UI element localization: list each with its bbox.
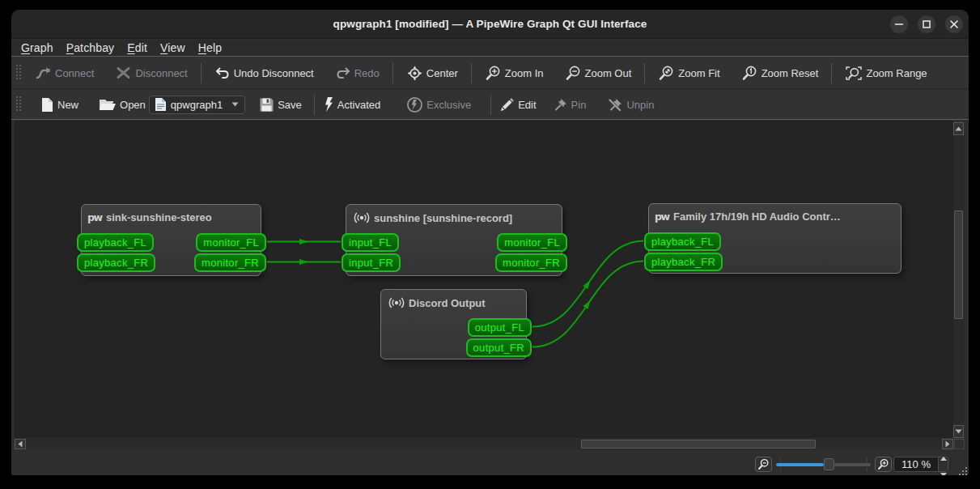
menu-help[interactable]: Help [192, 40, 228, 57]
chevron-down-icon [231, 102, 239, 107]
desktop-background: qpwgraph1 [modified] — A PipeWire Graph … [0, 0, 980, 489]
port-output_FL[interactable]: output_FL [468, 318, 532, 337]
exclusive-button[interactable]: Exclusive [400, 92, 477, 117]
resize-grip[interactable] [958, 465, 968, 474]
connection-arrow-icon [299, 259, 308, 265]
document-icon [155, 97, 167, 112]
hscroll-left-button[interactable] [15, 439, 26, 449]
menu-graph[interactable]: Graph [15, 40, 60, 57]
center-button[interactable]: Center [398, 61, 466, 85]
toolbar-button-label: Edit [518, 99, 536, 111]
edit-pencil-icon [499, 97, 515, 113]
vscroll-thumb[interactable] [954, 210, 963, 319]
slider-handle[interactable] [824, 458, 834, 470]
port-monitor_FL[interactable]: monitor_FL [196, 233, 266, 252]
pin-button[interactable]: Pin [547, 92, 593, 117]
port-output_FR[interactable]: output_FR [466, 338, 532, 357]
port-monitor_FL[interactable]: monitor_FL [497, 233, 567, 252]
port-input_FR[interactable]: input_FR [342, 253, 401, 272]
hscroll-right-button[interactable] [942, 439, 953, 449]
unpin-button[interactable]: Unpin [600, 92, 660, 117]
graph-viewport[interactable]: pwsink-sunshine-stereoplayback_FLplaybac… [15, 121, 953, 438]
port-input_FL[interactable]: input_FL [342, 233, 399, 252]
toolbar-button-label: Open [120, 99, 146, 111]
zoom-spinbox[interactable]: 110 % [893, 457, 948, 472]
zoom-in-button[interactable]: Zoom In [477, 61, 552, 85]
zoom-fit-button[interactable]: Zoom Fit [650, 61, 728, 85]
open-button[interactable]: Open [92, 92, 152, 117]
vscroll-down-button[interactable] [953, 425, 964, 438]
titlebar[interactable]: qpwgraph1 [modified] — A PipeWire Graph … [11, 10, 969, 39]
statusbar-zoom-in-button[interactable] [875, 457, 892, 472]
minimize-icon [890, 15, 908, 33]
hscroll-thumb[interactable] [581, 440, 816, 449]
zoom-range-button[interactable]: Zoom Range [837, 61, 935, 85]
port-monitor_FR[interactable]: monitor_FR [495, 253, 567, 272]
zoom-in-icon [485, 65, 502, 82]
spin-up-icon[interactable] [940, 449, 947, 464]
port-monitor_FR[interactable]: monitor_FR [194, 253, 266, 272]
zoom-reset-button[interactable]: Zoom Reset [733, 61, 827, 85]
close-button[interactable] [945, 15, 963, 33]
menu-patchbay[interactable]: Patchbay [60, 40, 121, 57]
connection-arrow-icon [583, 280, 590, 289]
new-button[interactable]: New [34, 92, 85, 117]
toolbar-button-label: Redo [354, 67, 380, 79]
window-controls [890, 15, 963, 33]
graph-canvas-area: pwsink-sunshine-stereoplayback_FLplaybac… [11, 121, 969, 451]
close-icon [945, 15, 963, 33]
menu-edit[interactable]: Edit [121, 40, 154, 57]
port-playback_FR[interactable]: playback_FR [644, 253, 723, 271]
save-button[interactable]: Save [252, 92, 308, 117]
minimize-button[interactable] [890, 15, 908, 33]
toolbar-button-label: Zoom Range [866, 67, 927, 79]
zoom-slider[interactable] [776, 457, 871, 472]
disconnect-icon [115, 65, 132, 81]
window-title: qpwgraph1 [modified] — A PipeWire Graph … [11, 10, 969, 39]
connect-button[interactable]: Connect [27, 61, 102, 85]
activated-button[interactable]: Activated [317, 92, 387, 117]
zoom-reset-icon [741, 65, 758, 82]
toolbar-separator [471, 63, 472, 83]
toolbar-button-label: Undo Disconnect [234, 67, 314, 79]
connect-icon [35, 65, 52, 81]
toolbar-separator [392, 63, 393, 83]
toolbar-handle[interactable] [15, 64, 22, 82]
toolbar-button-label: Exclusive [426, 99, 471, 111]
zoom-fit-icon [658, 65, 675, 82]
edit-patchbay-button[interactable]: Edit [493, 92, 542, 117]
pin-icon [554, 97, 568, 113]
toolbar-button-label: Zoom Out [585, 67, 632, 79]
redo-button[interactable]: Redo [327, 61, 388, 85]
vscroll-up-button[interactable] [953, 122, 964, 135]
menu-view[interactable]: View [154, 40, 192, 57]
maximize-button[interactable] [918, 15, 935, 33]
patchbay-file-combobox[interactable]: qpwgraph1 [149, 96, 245, 114]
open-folder-icon [99, 97, 117, 112]
statusbar: 110 % [11, 451, 969, 475]
toolbar-separator [490, 95, 491, 115]
port-playback_FR[interactable]: playback_FR [77, 253, 155, 272]
zoom-in-magnifier-icon [877, 458, 889, 470]
activated-icon [324, 96, 334, 113]
zoom-spin-buttons[interactable] [938, 457, 948, 471]
toolbar-button-label: New [57, 99, 78, 111]
toolbar-button-label: Save [278, 99, 302, 111]
disconnect-button[interactable]: Disconnect [107, 61, 195, 85]
zoom-out-icon [565, 65, 582, 82]
toolbar-separator [314, 95, 315, 115]
zoom-out-button[interactable]: Zoom Out [557, 61, 640, 85]
statusbar-zoom-out-button[interactable] [755, 457, 772, 472]
combobox-value: qpwgraph1 [171, 99, 223, 111]
slider-groove-filled[interactable] [776, 463, 824, 466]
zoom-value: 110 % [894, 457, 938, 471]
save-icon [259, 97, 274, 113]
center-icon [406, 65, 423, 82]
port-playback_FL[interactable]: playback_FL [644, 232, 721, 251]
toolbar-handle[interactable] [15, 96, 22, 113]
undo-disconnect-button[interactable]: Undo Disconnect [206, 61, 322, 85]
port-playback_FL[interactable]: playback_FL [77, 233, 154, 252]
toolbar-separator [831, 63, 832, 83]
spin-down-icon[interactable] [940, 466, 947, 476]
slider-groove-empty[interactable] [834, 463, 871, 466]
